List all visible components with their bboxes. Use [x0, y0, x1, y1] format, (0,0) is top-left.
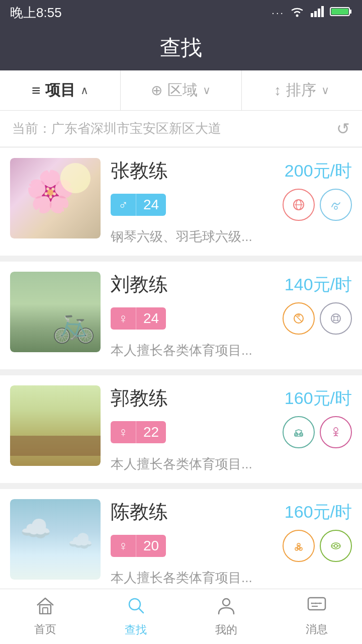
svg-point-0: [296, 14, 299, 17]
search-label: 查找: [125, 622, 147, 637]
liu-badge: ♀ 24: [111, 307, 166, 330]
svg-point-39: [319, 603, 321, 604]
coach-image-chen: [10, 499, 101, 580]
filter-project[interactable]: ≡ 项目 ∧: [0, 70, 121, 110]
wifi-icon: [290, 5, 305, 21]
svg-rect-2: [314, 11, 317, 17]
liu-sport-2: [320, 302, 352, 335]
nav-home[interactable]: 首页: [0, 589, 90, 644]
nav-profile[interactable]: 我的: [181, 589, 272, 644]
search-icon: [126, 596, 145, 619]
location-text: 当前：广东省深圳市宝安区新区大道: [12, 120, 336, 137]
coach-card-liu[interactable]: 刘教练 140元/时 ♀ 24: [0, 262, 362, 369]
liu-age: 24: [136, 307, 166, 330]
refresh-icon[interactable]: ↺: [336, 119, 350, 138]
guo-photo: [10, 385, 101, 466]
area-arrow: ∨: [203, 84, 211, 97]
liu-desc: 本人擅长各类体育项目...: [111, 342, 352, 359]
messages-label: 消息: [306, 622, 328, 637]
sort-arrow: ∨: [321, 84, 329, 97]
chen-age: 20: [136, 535, 166, 557]
chen-badge: ♀ 20: [111, 535, 166, 557]
guo-name: 郭教练: [111, 385, 168, 411]
coach-image-guo: [10, 385, 101, 466]
chen-gender: ♀: [111, 535, 136, 557]
profile-label: 我的: [215, 622, 237, 637]
zhang-sport-2: [320, 189, 352, 221]
svg-point-26: [334, 544, 337, 547]
guo-info: 郭教练 160元/时 ♀ 22: [111, 385, 352, 473]
area-label: 区域: [167, 80, 198, 101]
chen-desc: 本人擅长各类体育项目...: [111, 569, 352, 587]
coach-card-guo[interactable]: 郭教练 160元/时 ♀ 22: [0, 375, 362, 483]
svg-point-18: [334, 428, 338, 432]
zhang-badge: ♂ 24: [111, 194, 166, 216]
zhang-name: 张教练: [111, 158, 168, 184]
svg-rect-6: [349, 10, 351, 14]
chen-top: 陈教练 160元/时: [111, 499, 352, 525]
guo-top: 郭教练 160元/时: [111, 385, 352, 411]
area-icon: ⊕: [151, 82, 162, 99]
coach-image-liu: [10, 272, 101, 352]
zhang-top: 张教练 200元/时: [111, 158, 352, 184]
chen-info-row: ♀ 20: [111, 530, 352, 562]
nav-messages[interactable]: 消息: [272, 589, 362, 644]
svg-point-13: [297, 314, 300, 317]
battery-icon: [330, 5, 352, 21]
guo-gender: ♀: [111, 421, 136, 443]
filter-bar: ≡ 项目 ∧ ⊕ 区域 ∨ ↕ 排序 ∨: [0, 70, 362, 111]
guo-desc: 本人擅长各类体育项目...: [111, 455, 352, 473]
liu-info-row: ♀ 24: [111, 302, 352, 335]
svg-rect-3: [318, 9, 320, 17]
filter-sort[interactable]: ↕ 排序 ∨: [242, 70, 362, 110]
page-header: 查找: [0, 25, 362, 70]
zhang-sport-1: [283, 189, 315, 221]
coach-image-zhang: [10, 158, 101, 238]
filter-area[interactable]: ⊕ 区域 ∨: [121, 70, 241, 110]
bottom-navigation: 首页 查找 我的: [0, 589, 362, 644]
svg-point-33: [223, 599, 230, 606]
nav-search[interactable]: 查找: [90, 589, 181, 644]
guo-sport-2: [320, 416, 352, 448]
chen-photo: [10, 499, 101, 580]
svg-rect-30: [43, 608, 48, 614]
dots-icon: ···: [272, 7, 285, 19]
project-label: 项目: [45, 80, 75, 101]
home-label: 首页: [34, 622, 56, 637]
guo-sports: [283, 416, 352, 448]
coach-list: 张教练 200元/时 ♂ 24: [0, 148, 362, 597]
zhang-desc: 钢琴六级、羽毛球六级...: [111, 228, 352, 246]
sort-icon: ↕: [274, 83, 281, 99]
zhang-sports: [283, 189, 352, 221]
location-bar: 当前：广东省深圳市宝安区新区大道 ↺: [0, 111, 362, 147]
svg-point-11: [334, 206, 337, 209]
svg-rect-29: [40, 605, 51, 614]
guo-age: 22: [136, 421, 166, 443]
liu-name: 刘教练: [111, 272, 168, 297]
svg-rect-1: [311, 13, 313, 17]
zhang-price: 200元/时: [285, 159, 352, 183]
status-time: 晚上8:55: [10, 4, 62, 22]
status-bar: 晚上8:55 ···: [0, 0, 362, 25]
project-arrow: ∧: [80, 84, 88, 97]
user-icon: [217, 596, 236, 619]
zhang-gender: ♂: [111, 194, 136, 216]
svg-rect-4: [321, 6, 324, 17]
liu-gender: ♀: [111, 307, 136, 330]
guo-price: 160元/时: [285, 387, 352, 410]
coach-card-zhang[interactable]: 张教练 200元/时 ♂ 24: [0, 148, 362, 256]
page-title: 查找: [160, 34, 202, 62]
guo-sport-1: [283, 416, 315, 448]
status-icons: ···: [272, 5, 352, 21]
message-icon: [307, 596, 327, 619]
guo-info-row: ♀ 22: [111, 416, 352, 448]
signal-icon: [310, 5, 325, 21]
chen-sports: [283, 530, 352, 562]
zhang-photo: [10, 158, 101, 238]
chen-info: 陈教练 160元/时 ♀ 20: [111, 499, 352, 587]
chen-name: 陈教练: [111, 499, 168, 525]
coach-card-chen[interactable]: 陈教练 160元/时 ♀ 20: [0, 489, 362, 597]
liu-price: 140元/时: [285, 273, 352, 296]
home-icon: [35, 596, 55, 619]
liu-photo: [10, 272, 101, 352]
